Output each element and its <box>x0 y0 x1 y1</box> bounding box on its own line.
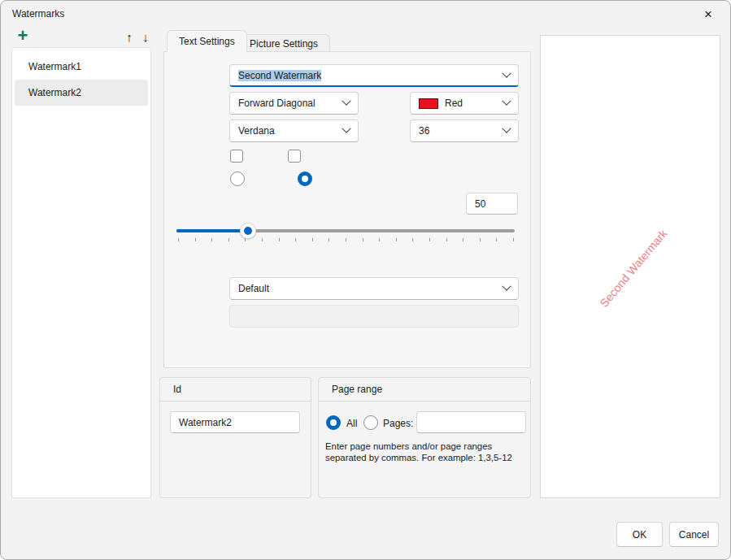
all-pages-label: All <box>346 418 357 429</box>
chevron-down-icon <box>502 97 511 106</box>
chevron-down-icon <box>342 124 350 133</box>
behind-radio[interactable] <box>298 171 312 186</box>
chevron-down-icon <box>502 68 511 77</box>
text-combobox[interactable]: Second Watermark <box>229 64 519 87</box>
list-item-watermark1[interactable]: Watermark1 <box>15 54 148 80</box>
watermark-preview: Second Watermark <box>540 35 720 498</box>
size-value: 36 <box>419 125 429 137</box>
chevron-down-icon <box>502 124 511 133</box>
add-watermark-button[interactable]: + <box>13 26 33 46</box>
color-value: Red <box>445 98 463 109</box>
chevron-down-icon <box>502 282 511 291</box>
id-value: Watermark2 <box>179 417 232 428</box>
description-input <box>229 305 519 328</box>
id-group-header: Id <box>173 384 181 395</box>
transparency-input[interactable]: 50 <box>466 193 518 215</box>
direction-combobox[interactable]: Forward Diagonal <box>229 92 359 115</box>
slider-fill <box>176 229 248 232</box>
font-combobox[interactable]: Verdana <box>229 119 359 142</box>
slider-ticks <box>178 238 515 241</box>
watermarks-dialog: Watermarks × + ↑ ↓ Watermark1 Watermark2… <box>0 0 731 560</box>
in-front-radio[interactable] <box>230 171 245 186</box>
cancel-button-label: Cancel <box>679 529 709 540</box>
slider-thumb[interactable] <box>240 223 256 239</box>
list-item-label: Watermark2 <box>28 87 81 98</box>
page-range-group: Page range <box>318 377 531 498</box>
transparency-slider[interactable] <box>176 229 515 232</box>
direction-value: Forward Diagonal <box>238 98 315 109</box>
page-range-header: Page range <box>332 384 382 395</box>
preview-watermark-text: Second Watermark <box>598 227 670 310</box>
page-range-help-line2: separated by commas. For example: 1,3,5-… <box>325 452 527 463</box>
ok-button[interactable]: OK <box>616 522 663 547</box>
list-item-label: Watermark1 <box>28 61 81 72</box>
id-group: Id <box>159 377 311 498</box>
pages-label: Pages: <box>383 418 413 429</box>
role-combobox[interactable]: Default <box>229 277 519 300</box>
list-item-watermark2[interactable]: Watermark2 <box>15 80 148 106</box>
red-color-swatch <box>419 98 438 109</box>
size-combobox[interactable]: 36 <box>410 119 519 142</box>
color-combobox[interactable]: Red <box>410 92 519 115</box>
tab-label: Text Settings <box>179 36 235 47</box>
move-down-icon[interactable]: ↓ <box>137 28 154 45</box>
ok-button-label: OK <box>633 529 646 540</box>
tab-text-settings[interactable]: Text Settings <box>167 30 247 52</box>
chevron-down-icon <box>342 97 350 106</box>
role-value: Default <box>238 283 269 294</box>
dialog-title: Watermarks <box>12 8 64 20</box>
cancel-button[interactable]: Cancel <box>669 522 719 547</box>
page-range-help-line1: Enter page numbers and/or page ranges <box>325 441 527 452</box>
tab-picture-settings[interactable]: Picture Settings <box>237 34 330 52</box>
all-pages-radio[interactable] <box>326 415 341 430</box>
close-icon[interactable]: × <box>696 4 720 25</box>
bold-checkbox[interactable] <box>230 150 243 163</box>
transparency-value: 50 <box>475 198 485 210</box>
id-input[interactable]: Watermark2 <box>170 411 300 433</box>
tab-label: Picture Settings <box>250 38 318 50</box>
pages-input[interactable] <box>416 411 526 433</box>
watermark-list: Watermark1 Watermark2 <box>11 47 151 498</box>
move-up-icon[interactable]: ↑ <box>121 28 137 45</box>
font-value: Verdana <box>238 125 275 137</box>
italic-checkbox[interactable] <box>288 150 301 163</box>
pages-radio[interactable] <box>363 415 378 430</box>
text-value: Second Watermark <box>238 70 321 81</box>
